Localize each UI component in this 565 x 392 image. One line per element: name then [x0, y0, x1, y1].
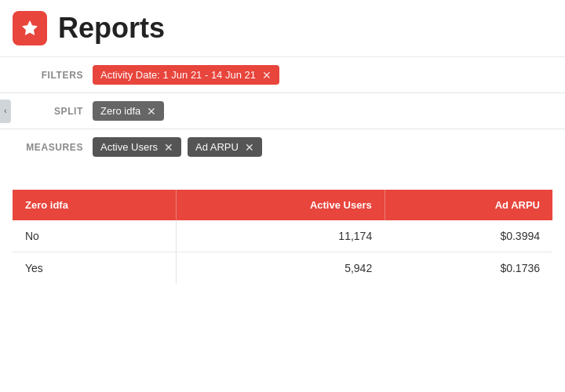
zero-idfa-chip[interactable]: Zero idfa ✕: [93, 101, 164, 121]
measures-row: MEASURES Active Users ✕ Ad ARPU ✕: [0, 129, 565, 165]
activity-date-chip-label: Activity Date: 1 Jun 21 - 14 Jun 21: [100, 69, 256, 81]
table-row: Yes 5,942 $0.1736: [13, 252, 552, 285]
measures-label: MEASURES: [13, 142, 83, 153]
collapse-button[interactable]: ‹: [0, 100, 11, 123]
table-header: Zero idfa Active Users Ad ARPU: [13, 190, 552, 220]
ad-arpu-chip-label: Ad ARPU: [195, 141, 239, 153]
row-yes-active-users: 5,942: [176, 252, 385, 285]
active-users-chip-close[interactable]: ✕: [164, 142, 173, 153]
table-header-row: Zero idfa Active Users Ad ARPU: [13, 190, 552, 220]
row-yes-ad-arpu: $0.1736: [385, 252, 552, 285]
zero-idfa-chip-label: Zero idfa: [100, 105, 140, 117]
filters-section: ‹ FILTERS Activity Date: 1 Jun 21 - 14 J…: [0, 57, 565, 165]
spacer: [0, 165, 565, 190]
col-ad-arpu-header: Ad ARPU: [385, 190, 552, 220]
table-body: No 11,174 $0.3994 Yes 5,942 $0.1736: [13, 220, 552, 284]
col-zero-idfa-header: Zero idfa: [13, 190, 176, 220]
data-table: Zero idfa Active Users Ad ARPU No 11,174…: [13, 190, 552, 284]
active-users-chip[interactable]: Active Users ✕: [93, 137, 181, 157]
zero-idfa-chip-close[interactable]: ✕: [147, 106, 156, 117]
star-icon: [20, 19, 39, 38]
ad-arpu-chip[interactable]: Ad ARPU ✕: [188, 137, 262, 157]
activity-date-chip-close[interactable]: ✕: [262, 70, 272, 81]
app-icon: [13, 11, 47, 45]
page-title: Reports: [58, 12, 165, 45]
row-no-zero-idfa: No: [13, 220, 176, 252]
active-users-chip-label: Active Users: [100, 141, 158, 153]
filters-label: FILTERS: [13, 70, 83, 81]
data-table-wrapper: Zero idfa Active Users Ad ARPU No 11,174…: [13, 190, 552, 284]
row-no-ad-arpu: $0.3994: [385, 220, 552, 252]
col-active-users-header: Active Users: [176, 190, 385, 220]
row-no-active-users: 11,174: [176, 220, 385, 252]
filters-chips: Activity Date: 1 Jun 21 - 14 Jun 21 ✕: [93, 65, 279, 85]
activity-date-chip[interactable]: Activity Date: 1 Jun 21 - 14 Jun 21 ✕: [93, 65, 279, 85]
page-header: Reports: [0, 0, 565, 57]
split-row: SPLIT Zero idfa ✕: [0, 93, 565, 129]
row-yes-zero-idfa: Yes: [13, 252, 176, 285]
filters-row: FILTERS Activity Date: 1 Jun 21 - 14 Jun…: [0, 57, 565, 93]
measures-chips: Active Users ✕ Ad ARPU ✕: [93, 137, 262, 157]
split-label: SPLIT: [13, 106, 83, 117]
split-chips: Zero idfa ✕: [93, 101, 164, 121]
ad-arpu-chip-close[interactable]: ✕: [245, 142, 254, 153]
table-row: No 11,174 $0.3994: [13, 220, 552, 252]
